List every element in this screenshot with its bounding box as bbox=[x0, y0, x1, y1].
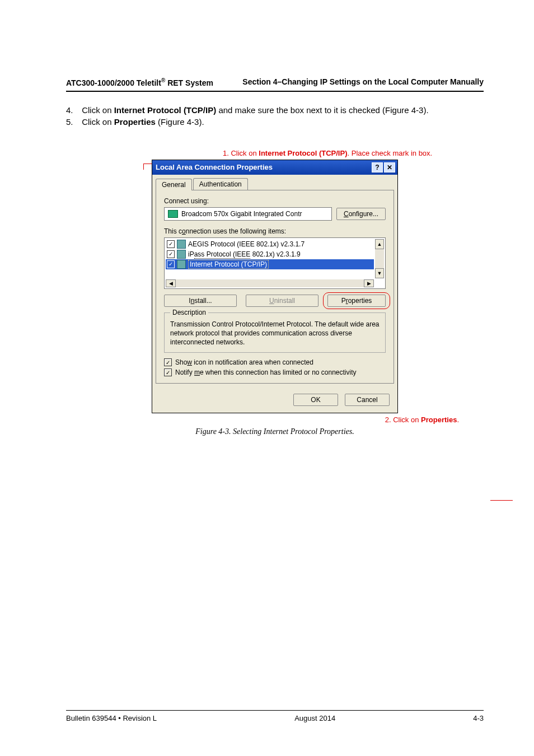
scroll-up-button[interactable]: ▲ bbox=[375, 239, 384, 249]
footer-right: 4-3 bbox=[473, 714, 484, 722]
nic-icon bbox=[168, 210, 178, 218]
dialog-title: Local Area Connection Properties bbox=[156, 163, 273, 171]
scroll-left-button[interactable]: ◀ bbox=[166, 279, 176, 287]
callout-2: 2. Click on Properties. bbox=[66, 416, 459, 424]
item-tcpip[interactable]: ✓ Internet Protocol (TCP/IP) bbox=[166, 259, 374, 269]
checkbox-ipass[interactable]: ✓ bbox=[167, 250, 175, 258]
close-button[interactable]: ✕ bbox=[384, 162, 395, 172]
ok-button[interactable]: OK bbox=[293, 394, 338, 406]
vertical-scrollbar[interactable]: ▲ ▼ bbox=[375, 239, 384, 278]
step-4: 4. Click on Internet Protocol (TCP/IP) a… bbox=[66, 105, 484, 115]
tab-authentication[interactable]: Authentication bbox=[193, 178, 248, 190]
adapter-field[interactable]: Broadcom 570x Gigabit Integrated Contr bbox=[164, 207, 332, 221]
configure-button[interactable]: Configure... bbox=[336, 208, 386, 220]
protocol-icon bbox=[177, 240, 186, 249]
runhead-right: Section 4–Changing IP Settings on the Lo… bbox=[242, 77, 484, 87]
horizontal-scrollbar[interactable]: ◀ ▶ bbox=[166, 279, 374, 287]
items-label: This connection uses the following items… bbox=[164, 227, 386, 235]
callout-1: 1. Click on Internet Protocol (TCP/IP). … bbox=[223, 149, 484, 157]
footer-center: August 2014 bbox=[294, 714, 335, 722]
tab-general[interactable]: General bbox=[156, 179, 192, 190]
description-text: Transmission Control Protocol/Internet P… bbox=[170, 320, 380, 347]
items-listbox[interactable]: ✓ AEGIS Protocol (IEEE 802.1x) v2.3.1.7 … bbox=[164, 237, 386, 289]
item-ipass[interactable]: ✓ iPass Protocol (IEEE 802.1x) v2.3.1.9 bbox=[166, 249, 374, 259]
notify-checkbox[interactable]: ✓ bbox=[164, 368, 172, 376]
connect-using-label: Connect using: bbox=[164, 197, 386, 205]
page-footer: Bulletin 639544 • Revision L August 2014… bbox=[66, 710, 484, 722]
checkbox-aegis[interactable]: ✓ bbox=[167, 240, 175, 248]
protocol-icon bbox=[177, 250, 186, 259]
scroll-down-button[interactable]: ▼ bbox=[375, 268, 384, 278]
description-group: Description Transmission Control Protoco… bbox=[164, 312, 386, 353]
description-legend: Description bbox=[170, 309, 208, 316]
footer-left: Bulletin 639544 • Revision L bbox=[66, 714, 157, 722]
uninstall-button[interactable]: Uninstall bbox=[246, 295, 318, 307]
dialog-local-area-connection: Local Area Connection Properties ? ✕ Gen… bbox=[152, 160, 398, 414]
adapter-name: Broadcom 570x Gigabit Integrated Contr bbox=[181, 210, 302, 218]
figure-caption: Figure 4-3. Selecting Internet Protocol … bbox=[66, 427, 484, 436]
scroll-right-button[interactable]: ▶ bbox=[364, 279, 374, 287]
install-button[interactable]: Install... bbox=[164, 295, 237, 307]
step-5: 5. Click on Properties (Figure 4-3). bbox=[66, 117, 484, 127]
titlebar: Local Area Connection Properties ? ✕ bbox=[152, 160, 397, 175]
tabs: General Authentication bbox=[152, 175, 397, 190]
cancel-button[interactable]: Cancel bbox=[345, 394, 390, 406]
show-icon-checkbox[interactable]: ✓ bbox=[164, 358, 172, 366]
step-4-num: 4. bbox=[66, 105, 79, 115]
help-button[interactable]: ? bbox=[372, 162, 383, 172]
item-aegis[interactable]: ✓ AEGIS Protocol (IEEE 802.1x) v2.3.1.7 bbox=[166, 239, 374, 249]
show-icon-row[interactable]: ✓ Show icon in notification area when co… bbox=[164, 358, 386, 366]
runhead-left: ATC300-1000/2000 Teletilt® RET System bbox=[66, 77, 213, 87]
running-header: ATC300-1000/2000 Teletilt® RET System Se… bbox=[66, 77, 484, 92]
checkbox-tcpip[interactable]: ✓ bbox=[167, 260, 175, 268]
callout-2-line bbox=[490, 500, 513, 501]
tab-body: Connect using: Broadcom 570x Gigabit Int… bbox=[156, 190, 394, 384]
notify-row[interactable]: ✓ Notify me when this connection has lim… bbox=[164, 368, 386, 376]
item-tcpip-label: Internet Protocol (TCP/IP) bbox=[188, 260, 269, 269]
step-5-num: 5. bbox=[66, 117, 79, 127]
properties-highlight bbox=[323, 292, 390, 309]
protocol-icon bbox=[177, 260, 186, 269]
